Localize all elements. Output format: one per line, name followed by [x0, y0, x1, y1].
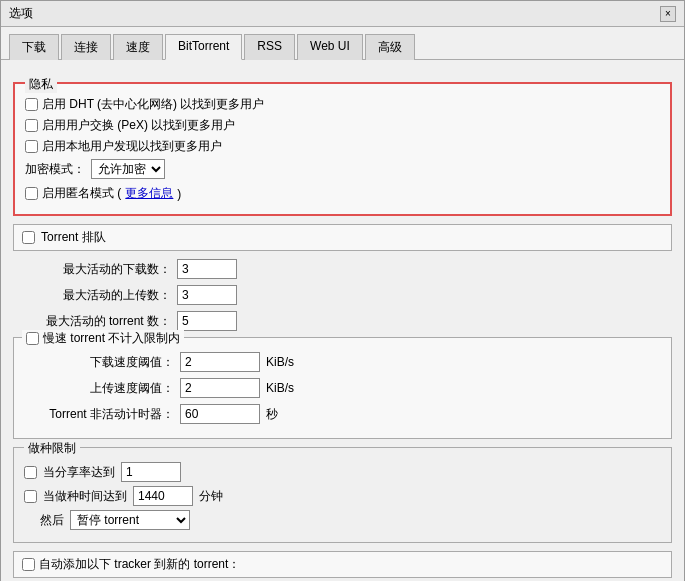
seed-time-checkbox[interactable] — [24, 490, 37, 503]
anon-more-info-link[interactable]: 更多信息 — [125, 185, 173, 202]
active-torrents-row: 最大活动的 torrent 数： — [21, 311, 664, 331]
slow-torrent-section: 慢速 torrent 不计入限制内 下载速度阈值： KiB/s 上传速度阈值： … — [13, 337, 672, 439]
seeding-content: 当分享率达到 当做种时间达到 分钟 然后 暂停 torrent 停止 torre… — [24, 456, 661, 530]
window-title: 选项 — [9, 5, 33, 22]
pex-checkbox[interactable] — [25, 119, 38, 132]
download-threshold-input[interactable] — [180, 352, 260, 372]
auto-add-section: 自动添加以下 tracker 到新的 torrent： — [13, 551, 672, 578]
pex-row: 启用用户交换 (PeX) 以找到更多用户 — [25, 117, 660, 134]
auto-add-checkbox[interactable] — [22, 558, 35, 571]
download-threshold-label: 下载速度阈值： — [24, 354, 174, 371]
then-row: 然后 暂停 torrent 停止 torrent 删除 torrent — [40, 510, 661, 530]
content-area: 隐私 启用 DHT (去中心化网络) 以找到更多用户 启用用户交换 (PeX) … — [1, 60, 684, 581]
seed-time-unit: 分钟 — [199, 488, 223, 505]
upload-threshold-input[interactable] — [180, 378, 260, 398]
share-ratio-label: 当分享率达到 — [43, 464, 115, 481]
active-counts: 最大活动的下载数： 最大活动的上传数： 最大活动的 torrent 数： — [13, 259, 672, 331]
torrent-queue-section: Torrent 排队 — [13, 224, 672, 251]
dht-row: 启用 DHT (去中心化网络) 以找到更多用户 — [25, 96, 660, 113]
then-label: 然后 — [40, 512, 64, 529]
local-discovery-label: 启用本地用户发现以找到更多用户 — [42, 138, 222, 155]
active-uploads-input[interactable] — [177, 285, 237, 305]
torrent-queue-checkbox[interactable] — [22, 231, 35, 244]
anon-checkbox[interactable] — [25, 187, 38, 200]
inactive-timer-row: Torrent 非活动计时器： 秒 — [24, 404, 661, 424]
title-bar: 选项 × — [1, 1, 684, 27]
anon-suffix: ) — [177, 187, 181, 201]
inactive-timer-unit: 秒 — [266, 406, 278, 423]
seed-time-row: 当做种时间达到 分钟 — [24, 486, 661, 506]
close-button[interactable]: × — [660, 6, 676, 22]
download-threshold-row: 下载速度阈值： KiB/s — [24, 352, 661, 372]
privacy-options: 启用 DHT (去中心化网络) 以找到更多用户 启用用户交换 (PeX) 以找到… — [25, 92, 660, 202]
torrent-queue-label: Torrent 排队 — [41, 229, 106, 246]
local-discovery-row: 启用本地用户发现以找到更多用户 — [25, 138, 660, 155]
encrypt-select[interactable]: 允许加密 强制加密 禁用加密 — [91, 159, 165, 179]
encrypt-row: 加密模式： 允许加密 强制加密 禁用加密 — [25, 159, 660, 179]
tab-bar: 下载 连接 速度 BitTorrent RSS Web UI 高级 — [1, 27, 684, 60]
encrypt-label: 加密模式： — [25, 161, 85, 178]
tab-rss[interactable]: RSS — [244, 34, 295, 60]
active-uploads-row: 最大活动的上传数： — [21, 285, 664, 305]
dht-checkbox[interactable] — [25, 98, 38, 111]
active-torrents-input[interactable] — [177, 311, 237, 331]
seed-action-select[interactable]: 暂停 torrent 停止 torrent 删除 torrent — [70, 510, 190, 530]
local-discovery-checkbox[interactable] — [25, 140, 38, 153]
auto-add-label: 自动添加以下 tracker 到新的 torrent： — [39, 556, 240, 573]
slow-torrent-title: 慢速 torrent 不计入限制内 — [43, 330, 180, 347]
inactive-timer-input[interactable] — [180, 404, 260, 424]
active-uploads-label: 最大活动的上传数： — [21, 287, 171, 304]
pex-label: 启用用户交换 (PeX) 以找到更多用户 — [42, 117, 235, 134]
active-downloads-label: 最大活动的下载数： — [21, 261, 171, 278]
tab-advanced[interactable]: 高级 — [365, 34, 415, 60]
tab-connection[interactable]: 连接 — [61, 34, 111, 60]
upload-threshold-unit: KiB/s — [266, 381, 294, 395]
privacy-section: 隐私 启用 DHT (去中心化网络) 以找到更多用户 启用用户交换 (PeX) … — [13, 82, 672, 216]
seeding-section: 做种限制 当分享率达到 当做种时间达到 分钟 然后 暂停 torrent — [13, 447, 672, 543]
active-downloads-row: 最大活动的下载数： — [21, 259, 664, 279]
slow-torrent-content: 下载速度阈值： KiB/s 上传速度阈值： KiB/s Torrent 非活动计… — [24, 346, 661, 424]
tab-speed[interactable]: 速度 — [113, 34, 163, 60]
tab-bittorrent[interactable]: BitTorrent — [165, 34, 242, 60]
privacy-section-title: 隐私 — [25, 76, 57, 93]
seed-time-input[interactable] — [133, 486, 193, 506]
options-window: 选项 × 下载 连接 速度 BitTorrent RSS Web UI 高级 隐… — [0, 0, 685, 581]
upload-threshold-label: 上传速度阈值： — [24, 380, 174, 397]
share-ratio-input[interactable] — [121, 462, 181, 482]
anon-label: 启用匿名模式 ( — [42, 185, 121, 202]
inactive-timer-label: Torrent 非活动计时器： — [24, 406, 174, 423]
anon-row: 启用匿名模式 ( 更多信息 ) — [25, 185, 660, 202]
upload-threshold-row: 上传速度阈值： KiB/s — [24, 378, 661, 398]
share-ratio-row: 当分享率达到 — [24, 462, 661, 482]
active-torrents-label: 最大活动的 torrent 数： — [21, 313, 171, 330]
tab-webui[interactable]: Web UI — [297, 34, 363, 60]
share-ratio-checkbox[interactable] — [24, 466, 37, 479]
active-downloads-input[interactable] — [177, 259, 237, 279]
seed-time-label: 当做种时间达到 — [43, 488, 127, 505]
slow-torrent-checkbox[interactable] — [26, 332, 39, 345]
download-threshold-unit: KiB/s — [266, 355, 294, 369]
dht-label: 启用 DHT (去中心化网络) 以找到更多用户 — [42, 96, 264, 113]
tab-download[interactable]: 下载 — [9, 34, 59, 60]
slow-torrent-title-row: 慢速 torrent 不计入限制内 — [22, 330, 184, 347]
seeding-section-title: 做种限制 — [24, 440, 80, 457]
